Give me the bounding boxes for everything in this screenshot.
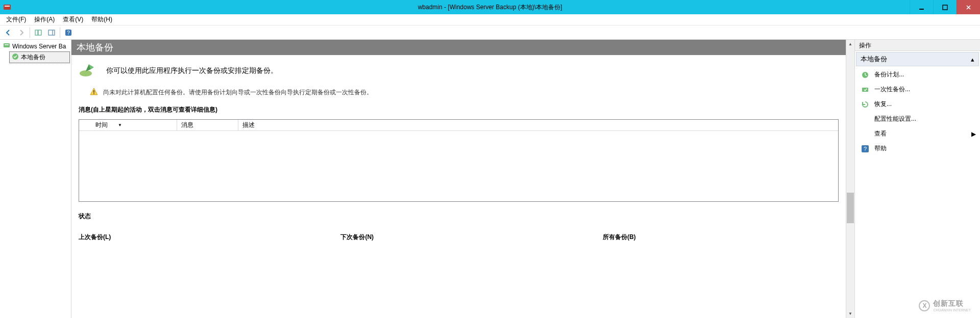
content-header: 本地备份 (71, 40, 846, 55)
svg-rect-6 (48, 30, 55, 35)
action-backup-schedule-label: 备份计划... (874, 70, 904, 79)
column-description[interactable]: 描述 (238, 120, 838, 130)
menu-help[interactable]: 帮助(H) (87, 14, 116, 25)
svg-rect-14 (93, 90, 94, 93)
show-hide-tree-button[interactable] (32, 26, 44, 39)
intro-text: 你可以使用此应用程序执行一次备份或安排定期备份。 (106, 66, 278, 75)
action-recover-label: 恢复... (874, 100, 892, 109)
actions-pane: 操作 本地备份 ▴ 备份计划... 一次性备份... 恢复... 配置性能设置.… (854, 40, 980, 318)
toolbar-separator (60, 28, 60, 38)
recover-icon (861, 100, 869, 109)
svg-rect-4 (35, 30, 38, 35)
watermark-logo-icon: X (919, 300, 930, 311)
last-backup-label: 上次备份(L) (79, 233, 340, 242)
show-hide-actions-button[interactable] (45, 26, 58, 39)
blank-icon (861, 115, 869, 123)
column-icon[interactable] (79, 120, 91, 130)
tree-root-label: Windows Server Ba (12, 43, 66, 50)
messages-section-label: 消息(自上星期起的活动，双击消息可查看详细信息) (71, 100, 846, 117)
action-configure-performance[interactable]: 配置性能设置... (855, 112, 980, 126)
messages-table[interactable]: 时间▼ 消息 描述 (79, 119, 839, 202)
content-area: 本地备份 你可以使用此应用程序执行一次备份或安排定期备份。 尚未对此计算机配置任… (71, 40, 846, 318)
action-help-label: 帮助 (874, 144, 887, 153)
action-view-label: 查看 (874, 129, 887, 138)
svg-rect-11 (5, 44, 9, 45)
tree-root-node[interactable]: Windows Server Ba (1, 41, 70, 51)
app-icon (3, 3, 11, 11)
actions-group-header[interactable]: 本地备份 ▴ (856, 52, 979, 66)
svg-rect-2 (919, 9, 924, 10)
menu-view[interactable]: 查看(V) (59, 14, 87, 25)
backup-wizard-icon (79, 62, 97, 80)
toolbar-separator (30, 28, 30, 38)
content-header-text: 本地备份 (77, 41, 113, 54)
toolbar: ? (0, 25, 980, 40)
action-backup-schedule[interactable]: 备份计划... (855, 67, 980, 82)
nav-forward-button[interactable] (15, 26, 28, 39)
svg-rect-3 (943, 5, 947, 10)
watermark: X 创新互联 CHUANXIN INTERNET (919, 299, 971, 312)
sort-desc-icon: ▼ (118, 123, 122, 127)
collapse-icon: ▴ (971, 56, 974, 63)
svg-rect-0 (4, 5, 11, 10)
backup-once-icon (861, 86, 869, 94)
help-button[interactable]: ? (62, 26, 75, 39)
column-message[interactable]: 消息 (177, 120, 238, 130)
local-backup-icon (12, 53, 19, 62)
svg-text:?: ? (864, 146, 867, 152)
svg-rect-15 (93, 93, 94, 94)
window-title: wbadmin - [Windows Server Backup (本地)\本地… (418, 3, 562, 12)
content-scrollbar[interactable]: ▲ ▼ (846, 40, 854, 318)
action-backup-once-label: 一次性备份... (874, 85, 910, 94)
watermark-sub: CHUANXIN INTERNET (933, 308, 971, 312)
column-time[interactable]: 时间▼ (91, 120, 177, 130)
messages-header-row: 时间▼ 消息 描述 (79, 120, 838, 131)
next-backup-label: 下次备份(N) (340, 233, 602, 242)
watermark-brand: 创新互联 (933, 299, 971, 308)
scroll-thumb[interactable] (847, 193, 854, 223)
action-recover[interactable]: 恢复... (855, 97, 980, 112)
tree-local-backup-label: 本地备份 (21, 53, 45, 62)
scroll-down-icon[interactable]: ▼ (846, 309, 854, 318)
maximize-button[interactable] (933, 0, 957, 14)
status-section-label: 状态 (79, 212, 839, 221)
svg-text:?: ? (67, 30, 70, 36)
action-configure-performance-label: 配置性能设置... (874, 115, 916, 123)
tree-local-backup-node[interactable]: 本地备份 (9, 51, 70, 63)
svg-rect-1 (5, 6, 10, 7)
all-backups-label: 所有备份(B) (603, 233, 839, 242)
blank-icon (861, 130, 869, 138)
svg-rect-5 (38, 30, 41, 35)
svg-point-13 (80, 70, 92, 76)
nav-back-button[interactable] (2, 26, 14, 39)
menu-action[interactable]: 操作(A) (30, 14, 59, 25)
action-view-submenu[interactable]: 查看 ▶ (855, 126, 980, 141)
schedule-icon (861, 71, 869, 79)
window-title-bar: wbadmin - [Windows Server Backup (本地)\本地… (0, 0, 980, 14)
action-help[interactable]: ? 帮助 (855, 141, 980, 156)
svg-rect-10 (4, 43, 10, 47)
menu-file[interactable]: 文件(F) (2, 14, 30, 25)
menu-bar: 文件(F) 操作(A) 查看(V) 帮助(H) (0, 14, 980, 25)
console-tree[interactable]: Windows Server Ba 本地备份 (0, 40, 71, 318)
help-icon: ? (861, 145, 869, 153)
server-backup-icon (3, 42, 10, 50)
warning-text: 尚未对此计算机配置任何备份。请使用备份计划向导或一次性备份向导执行定期备份或一次… (103, 88, 373, 97)
close-button[interactable] (957, 0, 980, 14)
actions-pane-title: 操作 (855, 40, 980, 51)
warning-icon (90, 88, 98, 97)
submenu-arrow-icon: ▶ (971, 130, 976, 138)
minimize-button[interactable] (910, 0, 933, 14)
scroll-up-icon[interactable]: ▲ (846, 40, 854, 48)
action-backup-once[interactable]: 一次性备份... (855, 82, 980, 97)
actions-group-label: 本地备份 (861, 55, 887, 64)
